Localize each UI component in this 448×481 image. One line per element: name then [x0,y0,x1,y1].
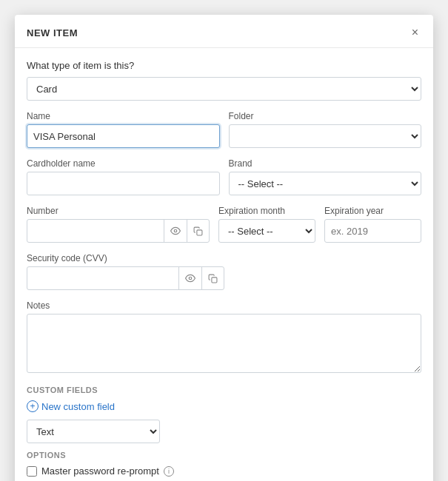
options-section: OPTIONS Master password re-prompt i [27,451,421,477]
svg-point-0 [174,229,177,232]
options-title: OPTIONS [27,451,421,460]
notes-textarea[interactable] [27,314,421,373]
item-type-group: What type of item is this? Login Card Id… [27,60,421,101]
name-group: Name [27,111,220,148]
add-circle-icon: + [27,400,39,412]
number-copy-button[interactable] [187,220,209,242]
cvv-label: Security code (CVV) [27,253,421,263]
cvv-visibility-toggle[interactable] [178,267,201,289]
cardholder-brand-row: Cardholder name Brand -- Select -- Visa … [27,158,421,206]
brand-select[interactable]: -- Select -- Visa Mastercard American Ex… [229,172,422,195]
custom-fields-title: CUSTOM FIELDS [27,386,421,394]
svg-rect-1 [197,229,202,235]
svg-point-2 [189,277,192,280]
expiry-year-group: Expiration year [324,206,421,243]
item-type-select[interactable]: Login Card Identity Secure Note [27,77,421,101]
brand-group: Brand -- Select -- Visa Mastercard Ameri… [229,158,422,195]
number-expiry-row: Number Expiration month [27,206,421,243]
new-custom-field-label: New custom field [41,401,115,412]
cardholder-label: Cardholder name [27,158,220,169]
cvv-input[interactable] [27,267,178,289]
expiry-month-group: Expiration month -- Select -- 01 - Janua… [218,206,315,243]
number-visibility-toggle[interactable] [164,220,187,242]
custom-fields-section: CUSTOM FIELDS + New custom field Text Hi… [27,386,421,443]
modal-header: NEW ITEM × [15,15,433,48]
number-label: Number [27,206,210,216]
notes-group: Notes [27,300,421,375]
master-password-label: Master password re-prompt [41,465,159,477]
info-icon[interactable]: i [164,466,174,477]
name-label: Name [27,111,220,121]
modal-body: What type of item is this? Login Card Id… [15,48,433,481]
number-group: Number [27,206,210,243]
custom-field-type-select[interactable]: Text Hidden Boolean Linked [27,420,160,443]
notes-label: Notes [27,300,421,311]
close-button[interactable]: × [409,25,421,40]
brand-label: Brand [229,158,422,169]
number-input[interactable] [27,220,164,242]
expiry-month-select[interactable]: -- Select -- 01 - January 02 - February … [218,219,315,243]
expiry-year-label: Expiration year [324,206,421,216]
folder-group: Folder [229,111,422,148]
cardholder-group: Cardholder name [27,158,220,195]
name-input[interactable] [27,124,220,148]
svg-rect-3 [211,277,216,282]
master-password-checkbox[interactable] [27,466,37,477]
item-type-question: What type of item is this? [27,60,421,71]
modal-title: NEW ITEM [27,27,78,38]
number-input-wrapper [27,219,210,243]
expiry-month-label: Expiration month [218,206,315,216]
expiry-year-input[interactable] [324,219,421,243]
cardholder-input[interactable] [27,172,220,195]
cvv-copy-button[interactable] [201,267,224,289]
folder-select[interactable] [229,124,422,148]
new-item-modal: NEW ITEM × What type of item is this? Lo… [15,15,433,481]
cvv-input-wrapper [27,266,224,290]
new-custom-field-link[interactable]: + New custom field [27,400,421,412]
cvv-group: Security code (CVV) [27,253,421,290]
folder-label: Folder [229,111,422,121]
master-password-row: Master password re-prompt i [27,465,421,477]
name-folder-row: Name Folder [27,111,421,158]
